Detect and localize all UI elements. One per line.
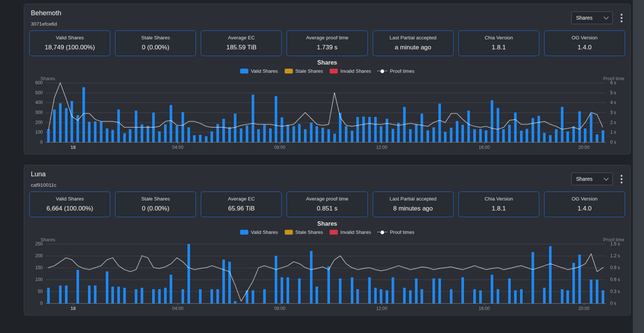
stat-value: 6,664 (100.00%) bbox=[31, 205, 108, 212]
legend-item[interactable]: Stale Shares bbox=[285, 68, 323, 74]
y-axis-tick: 400 bbox=[35, 100, 43, 105]
scrollbar-track[interactable] bbox=[633, 0, 644, 333]
chart-type-select-value: Shares bbox=[576, 15, 592, 21]
y-axis-tick: 5 s bbox=[610, 90, 616, 95]
stat-value: 0 (0.00%) bbox=[117, 205, 194, 212]
x-axis-tick bbox=[484, 303, 485, 305]
y-axis-tick: 200 bbox=[35, 253, 43, 258]
y-axis-tick: 0 s bbox=[610, 140, 616, 145]
chart-title: Shares bbox=[24, 59, 630, 66]
legend-label: Stale Shares bbox=[295, 68, 323, 74]
legend-item[interactable]: Stale Shares bbox=[285, 229, 323, 235]
y-axis-tick: 150 bbox=[35, 265, 43, 270]
stat-value: 65.96 TiB bbox=[203, 205, 280, 212]
stat-label: Valid Shares bbox=[31, 196, 108, 202]
axis-titles: Shares Proof time bbox=[24, 235, 630, 244]
y-axis-tick: 0 bbox=[40, 140, 43, 145]
legend-item[interactable]: Valid Shares bbox=[240, 68, 278, 74]
chart-title: Shares bbox=[24, 221, 630, 227]
y-axis-left: 6005004003002001000 bbox=[27, 83, 46, 142]
kebab-menu-icon[interactable] bbox=[619, 12, 624, 24]
legend-label: Stale Shares bbox=[295, 229, 323, 235]
y-axis-tick: 3 s bbox=[610, 110, 616, 115]
y-axis-tick: 2 s bbox=[610, 120, 616, 125]
legend-swatch bbox=[330, 69, 338, 74]
legend-item[interactable]: Valid Shares bbox=[240, 229, 278, 235]
stat-label: Chia Version bbox=[460, 35, 537, 40]
x-axis-tick bbox=[178, 142, 178, 144]
proof-times-dot bbox=[380, 69, 385, 74]
y-axis-tick: 500 bbox=[35, 90, 43, 95]
x-axis-label: 20:00 bbox=[578, 306, 589, 311]
y-axis-tick: 250 bbox=[35, 241, 43, 247]
legend-swatch bbox=[240, 230, 248, 235]
x-axis-tick bbox=[280, 303, 280, 305]
proof-times-dot bbox=[380, 230, 385, 235]
stat-value: 1.4.0 bbox=[546, 44, 623, 51]
stat-card: Average EC185.59 TiB bbox=[201, 30, 282, 56]
panel-controls: Shares bbox=[571, 12, 624, 24]
harvester-panel-behemoth: Behemoth 3071efce6d Shares Valid Shares1… bbox=[24, 4, 631, 154]
y-axis-right: 1.5 s1.2 s0.9 s0.6 s0.3 s0 s bbox=[606, 244, 627, 303]
proof-times-line bbox=[46, 83, 606, 142]
proof-times-swatch bbox=[377, 71, 387, 71]
x-axis-tick bbox=[584, 303, 584, 305]
kebab-menu-icon[interactable] bbox=[619, 173, 624, 185]
stat-label: Last Partial accepted bbox=[375, 196, 452, 202]
x-axis-tick bbox=[484, 142, 485, 144]
shares-chart: 6005004003002001000 6 s5 s4 s3 s2 s1 s0 … bbox=[24, 83, 630, 151]
stat-label: OG Version bbox=[546, 196, 623, 202]
y-axis-tick: 100 bbox=[35, 130, 43, 135]
legend-item[interactable]: Invalid Shares bbox=[330, 68, 371, 74]
stat-card: Chia Version1.8.1 bbox=[458, 192, 539, 217]
y-axis-tick: 0.3 s bbox=[610, 289, 620, 294]
legend-item[interactable]: Invalid Shares bbox=[330, 229, 371, 235]
stat-value: 18,749 (100.00%) bbox=[31, 44, 108, 51]
legend-item[interactable]: Proof times bbox=[377, 229, 414, 235]
legend-label: Valid Shares bbox=[251, 68, 278, 74]
panel-controls: Shares bbox=[571, 173, 624, 185]
proof-times-swatch bbox=[377, 232, 387, 232]
y-axis-tick: 100 bbox=[35, 277, 43, 282]
y-axis-tick: 200 bbox=[35, 120, 43, 125]
panel-title-block: Luna caf910011c bbox=[31, 170, 56, 188]
legend-swatch bbox=[285, 230, 293, 235]
stats-row: Valid Shares18,749 (100.00%)Stale Shares… bbox=[24, 29, 630, 58]
stat-card: Average proof time1.739 s bbox=[287, 30, 367, 56]
y-axis-tick: 6 s bbox=[610, 80, 616, 85]
chart-type-select[interactable]: Shares bbox=[571, 173, 613, 185]
legend-swatch bbox=[330, 230, 338, 235]
stat-card: OG Version1.4.0 bbox=[544, 30, 625, 56]
y-axis-tick: 0.9 s bbox=[610, 265, 620, 270]
legend-item[interactable]: Proof times bbox=[377, 68, 414, 74]
stat-label: Average proof time bbox=[288, 35, 366, 40]
stat-card: Stale Shares0 (0.00%) bbox=[115, 192, 196, 217]
x-axis-label: 12:00 bbox=[376, 306, 387, 311]
stat-card: OG Version1.4.0 bbox=[544, 192, 625, 217]
stat-card: Valid Shares18,749 (100.00%) bbox=[29, 30, 110, 56]
panel-header: Behemoth 3071efce6d Shares bbox=[24, 4, 630, 29]
chart-type-select[interactable]: Shares bbox=[571, 12, 613, 24]
chart-legend: Valid SharesStale SharesInvalid SharesPr… bbox=[24, 68, 630, 74]
x-axis-label: 20:00 bbox=[578, 145, 589, 150]
chevron-down-icon bbox=[604, 14, 609, 20]
legend-label: Valid Shares bbox=[251, 229, 278, 235]
chart-plot bbox=[46, 244, 606, 303]
stat-label: Stale Shares bbox=[117, 35, 194, 40]
legend-label: Proof times bbox=[390, 229, 414, 235]
stat-card: Average proof time0.851 s bbox=[287, 192, 367, 217]
x-axis-label: 18 bbox=[71, 306, 76, 311]
panel-title-block: Behemoth 3071efce6d bbox=[31, 9, 61, 27]
x-axis-label: 12:00 bbox=[376, 145, 387, 150]
stat-label: OG Version bbox=[546, 35, 623, 40]
x-axis-tick bbox=[584, 142, 584, 144]
stat-label: Valid Shares bbox=[31, 35, 108, 40]
x-axis-tick bbox=[280, 142, 280, 144]
legend-label: Invalid Shares bbox=[340, 68, 371, 74]
stat-value: 185.59 TiB bbox=[203, 44, 280, 51]
stat-value: 8 minutes ago bbox=[375, 205, 452, 212]
legend-label: Proof times bbox=[390, 68, 414, 74]
stat-label: Average EC bbox=[203, 35, 280, 40]
chart-legend: Valid SharesStale SharesInvalid SharesPr… bbox=[24, 229, 630, 235]
proof-times-line bbox=[46, 244, 606, 303]
